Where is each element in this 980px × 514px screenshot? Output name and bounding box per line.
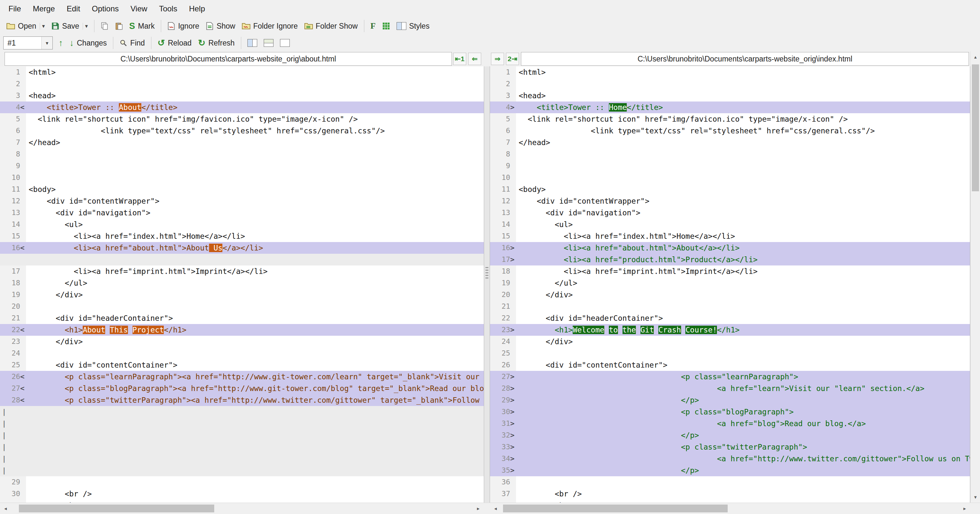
copy-to-pane-2-button[interactable]: 2⇥ <box>506 53 519 65</box>
code-line[interactable]: 27< <p class="blogParagraph"><a href="ht… <box>0 382 484 394</box>
code-line[interactable]: 19 </div> <box>0 289 484 301</box>
open-dropdown-icon[interactable]: ▾ <box>40 23 45 30</box>
right-file-header[interactable]: C:\Users\brunobrito\Documents\carparts-w… <box>521 52 969 66</box>
code-line[interactable]: 14 <ul> <box>0 219 484 230</box>
code-line[interactable]: 37 <br /> <box>490 488 970 500</box>
code-line[interactable]: 13 <div id="navigation"> <box>0 207 484 219</box>
right-code-pane[interactable]: 1<html>23<head>4> <title>Tower :: Home</… <box>490 67 970 503</box>
scroll-left-arrow-icon[interactable]: ◄ <box>490 503 501 514</box>
code-line[interactable]: 10 <box>0 172 484 184</box>
code-line[interactable]: 20 <box>0 301 484 312</box>
code-line[interactable]: 25 <box>490 347 970 359</box>
menu-tools[interactable]: Tools <box>153 0 183 17</box>
scroll-right-arrow-icon[interactable]: ► <box>473 503 484 514</box>
code-line[interactable]: 34> <a href="http://www.twitter.com/gitt… <box>490 453 970 465</box>
code-line[interactable]: 7</head> <box>0 136 484 148</box>
code-line[interactable]: 29> </p> <box>490 394 970 406</box>
code-line[interactable]: 25 <div id="contentContainer"> <box>0 359 484 371</box>
reload-button[interactable]: ↺ Reload <box>154 35 195 51</box>
code-line[interactable]: 8 <box>0 148 484 160</box>
pane-splitter[interactable] <box>484 67 490 503</box>
code-line[interactable]: | <box>0 406 484 418</box>
prev-change-button[interactable]: ↑ <box>55 35 67 51</box>
open-button[interactable]: Open ▾ <box>3 19 48 33</box>
code-line[interactable]: 23 </div> <box>0 336 484 347</box>
right-horizontal-scrollbar-thumb[interactable] <box>503 504 728 512</box>
code-line[interactable]: 11<body> <box>0 184 484 195</box>
scroll-down-arrow-icon[interactable]: ▼ <box>970 492 980 503</box>
left-file-header[interactable]: C:\Users\brunobrito\Documents\carparts-w… <box>5 52 452 66</box>
copy-to-pane-1-button[interactable]: ⇤1 <box>453 53 466 65</box>
code-line[interactable]: 30> <p class="blogParagraph"> <box>490 406 970 418</box>
code-line[interactable]: 24 <box>0 347 484 359</box>
menu-file[interactable]: File <box>3 0 27 17</box>
code-line[interactable]: 32> </p> <box>490 430 970 441</box>
code-line[interactable]: 4< <title>Tower :: About</title> <box>0 102 484 113</box>
code-line[interactable]: 5 <link rel="shortcut icon" href="img/fa… <box>490 113 970 125</box>
code-line[interactable]: 12 <div id="contentWrapper"> <box>490 195 970 207</box>
folder-ignore-button[interactable]: Folder Ignore <box>239 19 301 33</box>
code-line[interactable]: 1<html> <box>0 67 484 78</box>
code-line[interactable]: 14 <ul> <box>490 219 970 230</box>
left-code-pane[interactable]: 1<html>23<head>4< <title>Tower :: About<… <box>0 67 484 503</box>
code-line[interactable]: 20 </div> <box>490 289 970 301</box>
paste-button[interactable] <box>112 19 126 33</box>
code-line[interactable]: 30 <br /> <box>0 488 484 500</box>
code-line[interactable]: 16< <li><a href="about.html">About Us</a… <box>0 242 484 254</box>
scroll-up-arrow-icon[interactable]: ▲ <box>970 51 980 62</box>
code-line[interactable] <box>0 254 484 265</box>
code-line[interactable]: | <box>0 430 484 441</box>
menu-help[interactable]: Help <box>183 0 211 17</box>
layout-vertical-button[interactable] <box>244 35 261 51</box>
code-line[interactable]: 7</head> <box>490 136 970 148</box>
code-line[interactable]: | <box>0 418 484 430</box>
vertical-scrollbar-thumb[interactable] <box>972 64 979 191</box>
code-line[interactable]: 2 <box>490 78 970 90</box>
code-line[interactable]: 24 </div> <box>490 336 970 347</box>
code-line[interactable]: 8 <box>490 148 970 160</box>
code-line[interactable]: 23> <h1>Welcome to the Git Crash Course!… <box>490 324 970 336</box>
copy-left-button[interactable]: ⇐ <box>468 53 481 65</box>
code-line[interactable]: 38 <br /> <box>490 500 970 503</box>
code-line[interactable]: 36 <box>490 476 970 488</box>
code-line[interactable]: 31 <br /> <box>0 500 484 503</box>
menu-view[interactable]: View <box>125 0 153 17</box>
copy-right-button[interactable]: ⇒ <box>491 53 504 65</box>
code-line[interactable]: 6 <link type="text/css" rel="stylesheet"… <box>490 125 970 136</box>
code-line[interactable]: 1<html> <box>490 67 970 78</box>
code-line[interactable]: 19 </ul> <box>490 277 970 289</box>
code-line[interactable]: | <box>0 465 484 476</box>
layout-horizontal-button[interactable] <box>261 35 277 51</box>
vertical-scrollbar[interactable]: ▲ ▼ <box>970 51 980 503</box>
code-line[interactable]: | <box>0 441 484 453</box>
code-line[interactable]: 6 <link type="text/css" rel="stylesheet"… <box>0 125 484 136</box>
diff-selector-dropdown-icon[interactable]: ▾ <box>41 37 52 49</box>
show-button[interactable]: Show <box>202 19 239 33</box>
code-line[interactable]: 15 <li><a href="index.html">Home</a></li… <box>490 230 970 242</box>
mark-button[interactable]: S Mark <box>126 19 158 33</box>
left-horizontal-scrollbar[interactable]: ◄ ► <box>0 503 484 514</box>
code-line[interactable]: 9 <box>490 160 970 172</box>
scroll-left-arrow-icon[interactable]: ◄ <box>0 503 11 514</box>
code-line[interactable]: 11<body> <box>490 184 970 195</box>
code-line[interactable]: 21 <box>490 301 970 312</box>
find-button[interactable]: Find <box>116 35 148 51</box>
code-line[interactable]: 29 <box>0 476 484 488</box>
save-button[interactable]: Save ▾ <box>48 19 91 33</box>
code-line[interactable]: 21 <div id="headerContainer"> <box>0 312 484 324</box>
code-line[interactable]: 5 <link rel="shortcut icon" href="img/fa… <box>0 113 484 125</box>
code-line[interactable]: 10 <box>490 172 970 184</box>
right-horizontal-scrollbar[interactable]: ◄ ► <box>490 503 970 514</box>
code-line[interactable]: 15 <li><a href="index.html">Home</a></li… <box>0 230 484 242</box>
code-line[interactable]: 22< <h1>About This Project</h1> <box>0 324 484 336</box>
code-line[interactable]: 17 <li><a href="imprint.html">Imprint</a… <box>0 265 484 277</box>
code-line[interactable]: 31> <a href="blog">Read our blog.</a> <box>490 418 970 430</box>
code-line[interactable]: 33> <p class="twitterParagraph"> <box>490 441 970 453</box>
code-line[interactable]: 4> <title>Tower :: Home</title> <box>490 102 970 113</box>
left-horizontal-scrollbar-thumb[interactable] <box>19 504 214 512</box>
code-line[interactable]: 28< <p class="twitterParagraph"><a href=… <box>0 394 484 406</box>
folder-show-button[interactable]: Folder Show <box>301 19 361 33</box>
diff-selector[interactable]: #1 ▾ <box>3 36 53 49</box>
code-line[interactable]: 28> <a href="learn">Visit our "learn" se… <box>490 382 970 394</box>
code-line[interactable]: 12 <div id="contentWrapper"> <box>0 195 484 207</box>
